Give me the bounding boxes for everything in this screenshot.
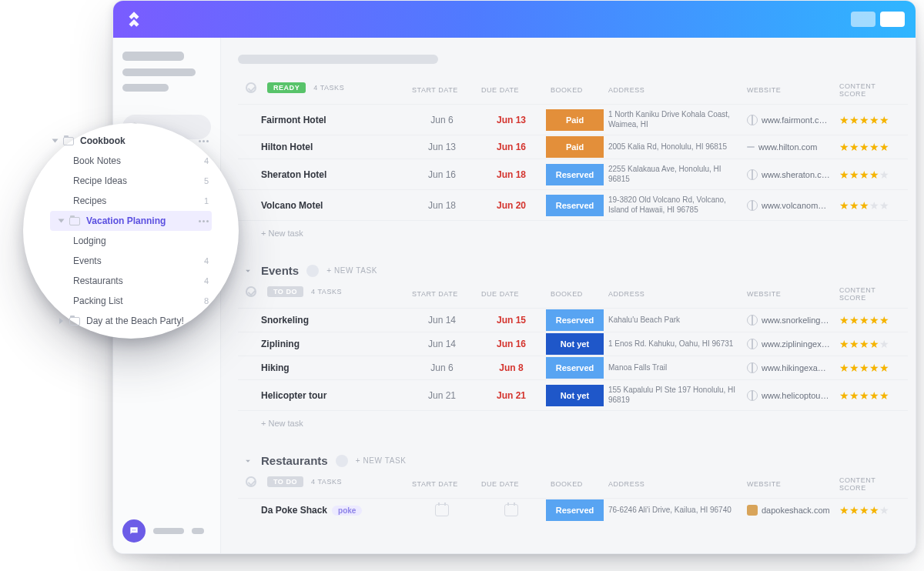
task-row[interactable]: Ziplining Jun 14 Jun 16 Not yet 1 Enos R… xyxy=(238,332,908,356)
start-date-cell[interactable] xyxy=(407,499,477,523)
folder-vacation-planning[interactable]: Vacation Planning xyxy=(50,211,212,231)
star-icon: ★ xyxy=(869,389,879,402)
booked-badge[interactable]: Reserved xyxy=(546,357,604,379)
start-date-cell[interactable]: Jun 14 xyxy=(407,332,477,356)
tasks-count: 4 TASKS xyxy=(311,478,342,486)
booked-badge[interactable]: Reserved xyxy=(546,309,604,331)
chevron-down-icon xyxy=(52,139,59,143)
task-row[interactable]: Da Poke Shackpoke Reserved 76-6246 Ali'i… xyxy=(238,499,908,523)
task-name: Hiking xyxy=(238,356,407,380)
star-icon: ★ xyxy=(849,199,859,212)
task-row[interactable]: Fairmont Hotel Jun 6 Jun 13 Paid 1 North… xyxy=(238,105,908,135)
star-icon: ★ xyxy=(869,199,879,212)
start-date-cell[interactable]: Jun 14 xyxy=(407,309,477,332)
globe-icon xyxy=(747,115,758,125)
star-icon: ★ xyxy=(839,314,849,326)
folder-cookbook[interactable]: Cookbook xyxy=(50,131,212,151)
content-score-cell: ★★★★★ xyxy=(835,499,908,523)
list-item[interactable]: Recipe Ideas 5 xyxy=(50,171,212,191)
due-date-cell[interactable]: Jun 18 xyxy=(477,159,546,190)
list-item[interactable]: Recipes 1 xyxy=(50,191,212,211)
website-cell[interactable]: www.hikingexample. xyxy=(742,356,835,380)
globe-icon xyxy=(747,362,758,373)
task-row[interactable]: Helicopter tour Jun 21 Jun 21 Not yet 15… xyxy=(238,380,908,411)
due-date-cell[interactable]: Jun 20 xyxy=(477,190,546,221)
folder-day-at-beach[interactable]: Day at the Beach Party! xyxy=(50,311,212,331)
status-chip[interactable]: TO DO xyxy=(267,476,303,487)
website-cell[interactable]: www.zipliningexamp xyxy=(742,332,835,356)
task-row[interactable]: Hilton Hotel Jun 13 Jun 16 Paid 2005 Kal… xyxy=(238,135,908,159)
start-date-cell[interactable]: Jun 6 xyxy=(407,105,477,135)
booked-badge[interactable]: Paid xyxy=(546,109,604,131)
booked-badge[interactable]: Not yet xyxy=(546,385,604,406)
list-count: 4 xyxy=(204,256,209,265)
list-item[interactable]: Restaurants 4 xyxy=(50,271,212,291)
star-icon: ★ xyxy=(849,362,859,374)
task-row[interactable]: Volcano Motel Jun 18 Jun 20 Reserved 19-… xyxy=(238,190,908,221)
due-date-cell[interactable]: Jun 21 xyxy=(477,380,546,411)
list-item[interactable]: Packing List 8 xyxy=(50,291,212,311)
website-cell[interactable]: www.helicoptourexa xyxy=(742,380,835,411)
list-item[interactable]: Lodging xyxy=(50,231,212,251)
address-cell: 1 North Kaniku Drive Kohala Coast, Waime… xyxy=(604,105,742,135)
website-cell[interactable]: www.snorkelingexam xyxy=(742,309,835,332)
chat-button[interactable] xyxy=(122,519,146,543)
calendar-icon[interactable] xyxy=(435,504,449,516)
booked-badge[interactable]: Reserved xyxy=(546,499,604,521)
address-cell: 155 Kapalulu Pl Ste 197 Honolulu, HI 968… xyxy=(604,380,742,411)
new-task-button[interactable]: + NEW TASK xyxy=(356,456,407,465)
star-icon: ★ xyxy=(859,362,869,374)
task-row[interactable]: Sheraton Hotel Jun 16 Jun 18 Reserved 22… xyxy=(238,159,908,190)
maximize-button[interactable] xyxy=(880,12,905,27)
sidebar-skeleton xyxy=(122,84,169,92)
due-date-cell[interactable] xyxy=(477,499,546,523)
start-date-cell[interactable]: Jun 16 xyxy=(407,159,477,190)
calendar-icon[interactable] xyxy=(504,504,518,516)
task-row[interactable]: Snorkeling Jun 14 Jun 15 Reserved Kahalu… xyxy=(238,309,908,332)
info-icon[interactable] xyxy=(336,455,348,467)
info-icon[interactable] xyxy=(306,265,319,277)
task-row[interactable]: Hiking Jun 6 Jun 8 Reserved Manoa Falls … xyxy=(238,356,908,380)
list-item[interactable]: Events 4 xyxy=(50,251,212,271)
due-date-cell[interactable]: Jun 16 xyxy=(477,332,546,356)
status-chip[interactable]: READY xyxy=(267,82,306,93)
section-header[interactable]: Events + NEW TASK xyxy=(243,264,899,277)
star-icon: ★ xyxy=(859,141,869,153)
new-task-button[interactable]: + NEW TASK xyxy=(326,266,377,275)
booked-badge[interactable]: Reserved xyxy=(546,195,604,216)
start-date-cell[interactable]: Jun 18 xyxy=(407,190,477,221)
website-cell[interactable]: www.fairmont.com xyxy=(742,105,835,135)
tag-chip[interactable]: poke xyxy=(332,506,362,516)
status-chip[interactable]: TO DO xyxy=(267,286,303,297)
sidebar-skeleton xyxy=(122,68,196,76)
content-score-cell: ★★★★★ xyxy=(835,190,908,221)
new-task-row[interactable]: + New task xyxy=(238,411,908,432)
star-icon: ★ xyxy=(879,314,889,326)
start-date-cell[interactable]: Jun 13 xyxy=(407,135,477,159)
new-task-row[interactable]: + New task xyxy=(238,221,908,242)
due-date-cell[interactable]: Jun 16 xyxy=(477,135,546,159)
booked-badge[interactable]: Not yet xyxy=(546,333,604,355)
due-date-cell[interactable]: Jun 15 xyxy=(477,309,546,332)
website-cell[interactable]: www.sheraton.com xyxy=(742,159,835,190)
more-icon[interactable] xyxy=(199,220,209,222)
website-cell[interactable]: dapokeshack.com xyxy=(742,499,835,523)
chevron-down-icon xyxy=(59,219,65,223)
more-icon[interactable] xyxy=(199,140,209,142)
section-header[interactable]: Restaurants + NEW TASK xyxy=(243,454,899,467)
list-label: Events xyxy=(73,255,102,266)
due-date-cell[interactable]: Jun 13 xyxy=(477,105,546,135)
minimize-button[interactable] xyxy=(851,12,875,27)
list-label: Recipe Ideas xyxy=(73,175,127,186)
list-count: 1 xyxy=(204,196,209,205)
website-cell[interactable]: www.hilton.com xyxy=(742,135,835,159)
start-date-cell[interactable]: Jun 21 xyxy=(407,380,477,411)
booked-badge[interactable]: Paid xyxy=(546,136,604,158)
website-cell[interactable]: www.volcanomotel12 xyxy=(742,190,835,221)
due-date-cell[interactable]: Jun 8 xyxy=(477,356,546,380)
start-date-cell[interactable]: Jun 6 xyxy=(407,356,477,380)
task-name: Hilton Hotel xyxy=(238,135,407,159)
booked-badge[interactable]: Reserved xyxy=(546,164,604,185)
address-cell: 2255 Kalakaua Ave, Honolulu, HI 96815 xyxy=(604,159,742,190)
list-item[interactable]: Book Notes 4 xyxy=(50,151,212,171)
